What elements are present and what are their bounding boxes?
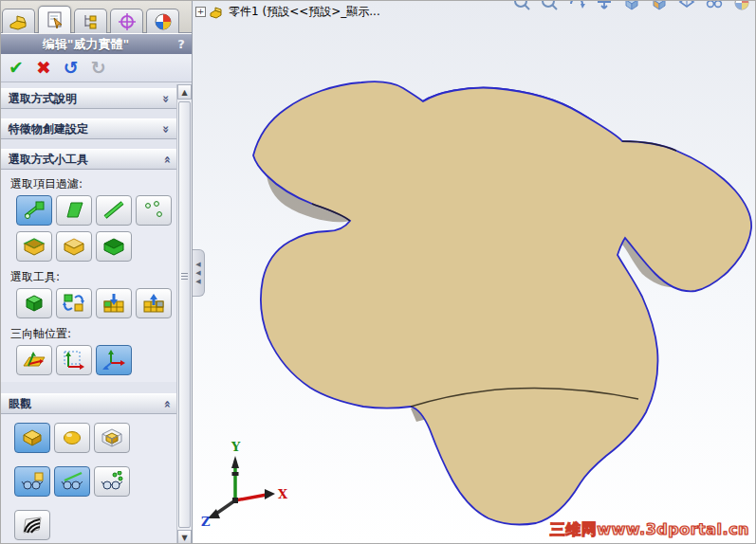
silhouette-outline	[253, 82, 751, 524]
display-cage-button[interactable]	[94, 423, 130, 453]
scroll-down-arrow-icon[interactable]: ▼	[177, 530, 192, 544]
scrollbar-thumb[interactable]	[178, 101, 191, 528]
display-style-icon[interactable]	[677, 1, 696, 11]
configuration-tree-icon	[81, 12, 101, 31]
filter-green-body-button[interactable]	[96, 231, 132, 262]
filter-open-body-button[interactable]	[16, 231, 52, 262]
filter-face-button[interactable]	[56, 195, 92, 226]
tree-expand-icon[interactable]: +	[195, 7, 206, 17]
select-body-button[interactable]	[16, 288, 52, 318]
display-group: 細分層次數	[1, 414, 177, 544]
scroll-up-arrow-icon[interactable]: ▲	[177, 84, 192, 100]
zebra-stripes-button[interactable]	[14, 510, 50, 540]
triad-custom-icon	[101, 350, 126, 371]
section-selection-tools[interactable]: 選取方式小工具 »	[1, 149, 177, 170]
redo-icon: ↻	[91, 59, 106, 77]
hide-show-items-icon[interactable]	[705, 1, 724, 11]
shrink-selection-button[interactable]	[136, 288, 172, 318]
rotate-view-icon[interactable]	[567, 1, 586, 11]
filter-yellow-body-button[interactable]	[56, 231, 92, 262]
show-vertices-icon	[100, 471, 124, 492]
filter-label: 選取項目過濾:	[1, 173, 177, 194]
configuration-manager-tab[interactable]	[74, 9, 107, 33]
triad-bounds-icon	[62, 350, 86, 371]
section-display[interactable]: 眼觀 »	[1, 393, 177, 414]
ok-check-icon[interactable]: ✔	[9, 59, 24, 77]
filter-yellow-body-icon	[62, 236, 86, 257]
appearance-ball-icon	[153, 12, 174, 31]
collapse-arrow-icon: ◀	[195, 279, 200, 285]
section-label: 選取方式說明	[9, 91, 162, 107]
selection-tools-group: 選取項目過濾:	[1, 170, 177, 382]
zoom-fit-icon[interactable]	[540, 1, 559, 11]
section-feature-settings[interactable]: 特徵物創建設定 »	[1, 118, 177, 139]
solidworks-window: 编辑"威力實體" ? ✔ ✖ ↺ ↻ 選取方式說明 » 特徵物創建設定 » 選取…	[0, 0, 756, 544]
panel-splitter-handle[interactable]: ◀ ◀ ◀	[193, 249, 205, 297]
section-view-icon[interactable]	[650, 1, 669, 11]
display-manager-tab[interactable]	[146, 9, 179, 33]
panel-title: 编辑"威力實體"	[1, 36, 171, 53]
display-smooth-button[interactable]	[54, 423, 90, 453]
filter-edge-icon	[101, 200, 126, 221]
zoom-window-icon[interactable]	[512, 1, 531, 11]
show-faces-button[interactable]	[14, 466, 50, 497]
panel-scrollbar[interactable]: ▲ ▼	[176, 84, 192, 544]
show-vertices-button[interactable]	[94, 466, 130, 497]
z-axis-label: Z	[201, 515, 211, 529]
filter-row-1	[1, 194, 177, 230]
triad-row	[1, 344, 177, 380]
cancel-x-icon[interactable]: ✖	[36, 59, 51, 77]
filter-all-icon	[22, 200, 46, 221]
feature-tree-root-label: 零件1 (預設<<預設>_顯示...	[229, 4, 380, 20]
x-axis-label: X	[278, 487, 288, 501]
chevron-down-icon: »	[158, 95, 173, 102]
appearance-icon[interactable]	[732, 1, 751, 11]
section-label: 選取方式小工具	[9, 152, 162, 168]
panel-title-bar: 编辑"威力實體" ?	[1, 33, 192, 54]
view-toolbar	[512, 1, 751, 11]
display-cage-icon	[100, 427, 124, 448]
undo-icon[interactable]: ↺	[64, 59, 79, 77]
tools-row	[1, 287, 177, 323]
display-row-3	[1, 509, 177, 544]
show-edges-icon	[60, 471, 84, 492]
y-axis-label: Y	[230, 440, 241, 454]
help-button[interactable]: ?	[171, 37, 192, 51]
show-edges-button[interactable]	[54, 466, 90, 497]
invert-selection-icon	[62, 293, 86, 314]
property-manager-icon	[45, 10, 65, 29]
view-orientation-icon[interactable]	[622, 1, 641, 11]
part-icon	[9, 12, 29, 31]
part-features-tab[interactable]	[2, 9, 35, 33]
filter-vertex-button[interactable]	[136, 195, 172, 226]
filter-edge-button[interactable]	[96, 195, 132, 226]
watermark: 三维网www.3dportal.cn	[550, 520, 749, 540]
property-manager-tab[interactable]	[38, 6, 71, 33]
grow-selection-button[interactable]	[96, 288, 132, 318]
display-solid-button[interactable]	[14, 423, 50, 453]
dimxpert-tab[interactable]	[110, 9, 143, 33]
triad-on-plane-button[interactable]	[16, 345, 52, 375]
filter-face-icon	[62, 200, 86, 221]
zebra-stripes-icon	[20, 515, 45, 535]
pan-icon[interactable]	[595, 1, 614, 11]
part-document-icon	[210, 6, 225, 19]
graphics-viewport[interactable]: Y X Z + 零件1 (預設<<預設>_顯示... 三维网www.3dport…	[193, 1, 756, 544]
invert-selection-button[interactable]	[56, 288, 92, 318]
shrink-selection-icon	[141, 293, 166, 314]
display-row-1	[1, 422, 177, 458]
triad-bounds-button[interactable]	[56, 345, 92, 375]
filter-all-button[interactable]	[16, 195, 52, 226]
panel-action-bar: ✔ ✖ ↺ ↻	[1, 54, 192, 82]
feature-tree-root[interactable]: + 零件1 (預設<<預設>_顯示...	[195, 4, 380, 20]
filter-green-body-icon	[101, 236, 126, 257]
tools-label: 選取工具:	[1, 266, 177, 287]
chevron-up-icon: »	[158, 400, 173, 408]
section-selection-help[interactable]: 選取方式說明 »	[1, 88, 177, 109]
triad-custom-button[interactable]	[96, 345, 132, 375]
triad-on-plane-icon	[22, 350, 46, 371]
manager-tab-bar	[1, 1, 192, 33]
model-canvas[interactable]: Y X Z	[193, 1, 756, 544]
display-solid-icon	[20, 427, 45, 448]
display-row-2	[1, 465, 177, 501]
